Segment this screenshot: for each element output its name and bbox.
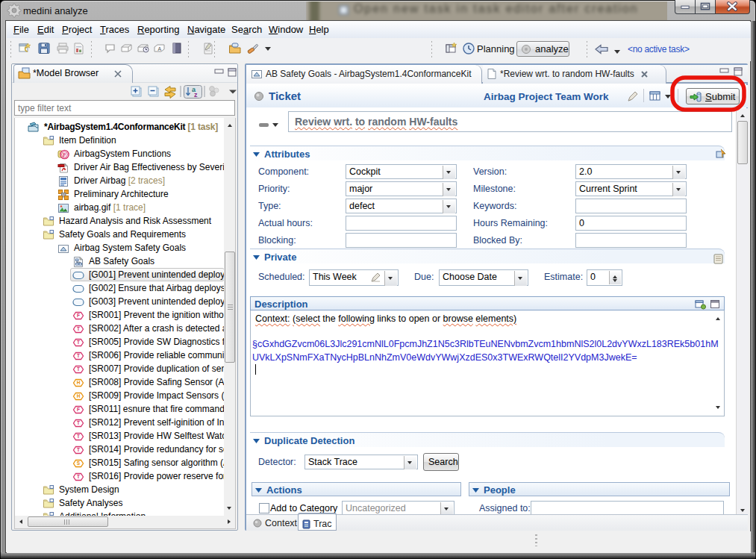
svg-text:T: T: [77, 447, 80, 452]
svg-text:z: z: [194, 91, 198, 99]
svg-text:T: T: [77, 474, 80, 479]
svg-text:F: F: [77, 313, 80, 318]
svg-text:T: T: [77, 340, 80, 345]
svg-text:H: H: [77, 393, 81, 399]
svg-text:T: T: [77, 366, 80, 372]
svg-text:T: T: [77, 326, 80, 331]
svg-text:T: T: [77, 353, 80, 358]
svg-text:F: F: [63, 152, 66, 158]
svg-text:T: T: [77, 420, 80, 425]
svg-text:A: A: [158, 46, 162, 51]
svg-text:S: S: [77, 460, 81, 466]
svg-text:F: F: [77, 407, 80, 412]
svg-text:T: T: [77, 434, 80, 439]
svg-text:H: H: [77, 380, 81, 385]
